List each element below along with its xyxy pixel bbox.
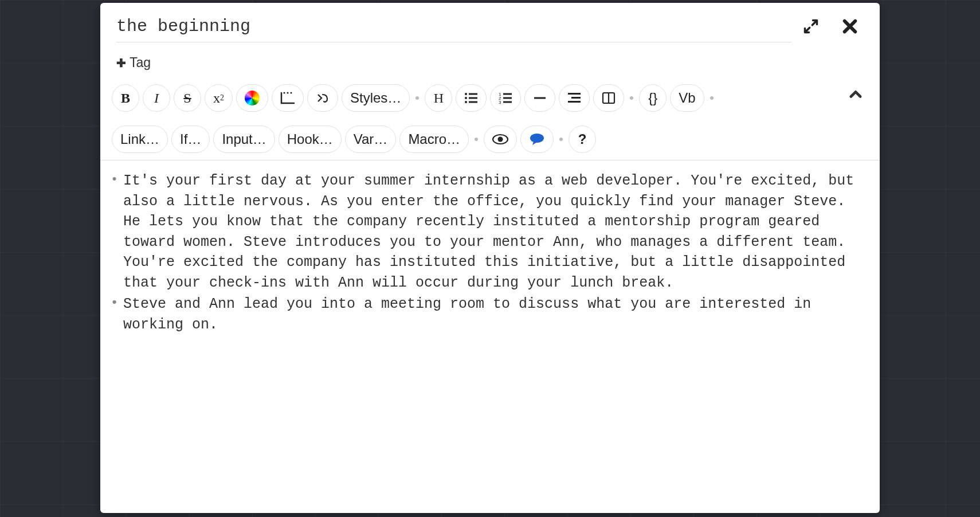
passage-editor-panel: ✚ Tag B I S x2 Styles… H <box>100 3 880 513</box>
svg-rect-12 <box>503 97 512 99</box>
svg-point-1 <box>287 92 289 94</box>
hr-button[interactable] <box>524 84 555 112</box>
bold-button[interactable]: B <box>112 84 139 112</box>
macro-button[interactable]: Macro… <box>399 126 469 153</box>
svg-rect-8 <box>469 101 477 103</box>
braces-button[interactable]: {} <box>639 84 667 112</box>
superscript-button[interactable]: x2 <box>205 84 233 112</box>
heading-button[interactable]: H <box>425 84 452 112</box>
svg-rect-14 <box>503 101 512 103</box>
svg-rect-17 <box>571 97 581 99</box>
hook-button[interactable]: Hook… <box>279 126 342 153</box>
italic-button[interactable]: I <box>143 84 170 112</box>
svg-point-5 <box>465 97 467 99</box>
svg-rect-18 <box>568 101 581 103</box>
tag-row: ✚ Tag <box>100 47 880 74</box>
strike-button[interactable]: S <box>174 84 201 112</box>
title-row <box>100 3 880 47</box>
close-icon[interactable] <box>842 18 858 34</box>
passage-text-editor[interactable]: It's your first day at your summer inter… <box>100 160 880 513</box>
bullet-list-button[interactable] <box>456 84 487 112</box>
if-button[interactable]: If… <box>171 126 210 153</box>
content-line: Steve and Ann lead you into a meeting ro… <box>105 294 868 335</box>
align-button[interactable] <box>559 84 590 112</box>
verbatim-button[interactable]: Vb <box>670 84 704 112</box>
svg-point-3 <box>465 93 467 95</box>
numbered-list-button[interactable]: 1 2 3 <box>490 84 521 112</box>
separator <box>559 138 563 141</box>
svg-rect-16 <box>568 93 581 95</box>
passage-title-input[interactable] <box>116 13 791 42</box>
separator <box>630 96 633 100</box>
content-lines: It's your first day at your summer inter… <box>105 171 868 335</box>
columns-button[interactable] <box>593 84 624 112</box>
comments-button[interactable] <box>520 126 554 153</box>
proofread-button[interactable] <box>484 126 517 153</box>
tag-label: Tag <box>130 55 151 70</box>
svg-point-2 <box>291 92 292 94</box>
content-line: It's your first day at your summer inter… <box>105 171 868 293</box>
color-button[interactable] <box>236 84 268 112</box>
svg-point-22 <box>498 137 503 142</box>
borders-button[interactable] <box>272 84 304 112</box>
separator <box>710 96 714 100</box>
svg-rect-6 <box>469 97 477 99</box>
svg-rect-4 <box>469 93 477 95</box>
styles-button[interactable]: Styles… <box>342 84 410 112</box>
help-button[interactable]: ? <box>569 126 596 153</box>
plus-icon: ✚ <box>116 56 126 70</box>
input-button[interactable]: Input… <box>213 126 275 153</box>
svg-rect-10 <box>503 93 512 95</box>
var-button[interactable]: Var… <box>345 126 397 153</box>
separator <box>475 138 478 141</box>
separator <box>415 96 419 100</box>
svg-point-23 <box>530 134 544 143</box>
add-tag-button[interactable]: ✚ Tag <box>116 55 151 70</box>
svg-point-7 <box>465 101 467 103</box>
svg-text:3: 3 <box>499 100 501 104</box>
rotate-button[interactable] <box>307 84 338 112</box>
toolbar: B I S x2 Styles… H <box>100 74 880 160</box>
expand-icon[interactable] <box>803 18 819 34</box>
rainbow-icon <box>245 91 260 105</box>
link-button[interactable]: Link… <box>112 126 168 153</box>
title-actions <box>803 18 864 38</box>
svg-point-0 <box>284 92 285 94</box>
collapse-toolbar-icon[interactable] <box>848 87 864 105</box>
